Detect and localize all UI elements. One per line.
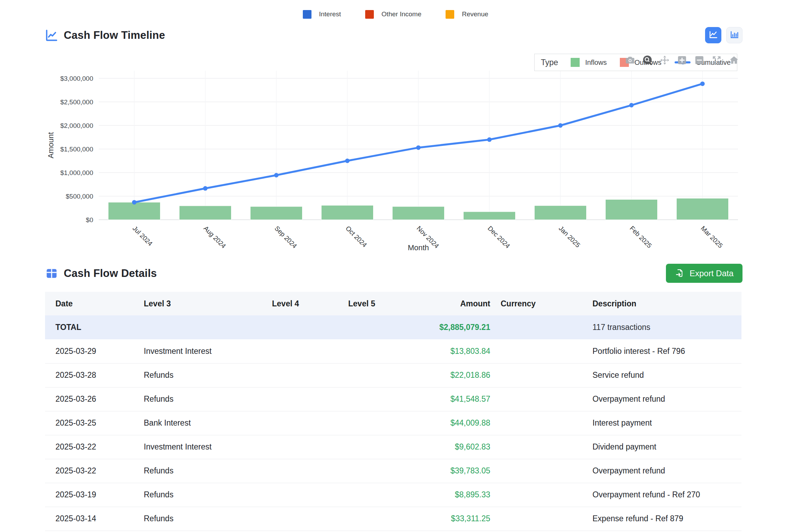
cell-level4 [262, 483, 338, 507]
export-data-button[interactable]: Export Data [666, 264, 742, 283]
cell-level3: Refunds [133, 387, 262, 411]
cell-amount: $8,895.33 [418, 483, 490, 507]
total-row: TOTAL$2,885,079.21117 transactions [45, 315, 741, 339]
plot-legend-item[interactable]: Inflows [571, 58, 607, 67]
legend-square-marker [571, 58, 580, 67]
cell-amount: $22,018.86 [418, 363, 490, 387]
cell-description: Overpayment refund [582, 459, 741, 483]
bar-view-button[interactable] [726, 27, 742, 43]
pan-icon[interactable] [659, 54, 670, 66]
cell-currency [490, 435, 582, 459]
income-type-legend: InterestOther IncomeRevenue [0, 0, 791, 19]
cell-date: 2025-03-25 [45, 411, 133, 435]
table-header-row: DateLevel 3Level 4Level 5AmountCurrencyD… [45, 292, 741, 315]
cell-level5 [338, 411, 418, 435]
svg-text:Sep 2024: Sep 2024 [273, 225, 299, 250]
cell-amount: $2,885,079.21 [418, 315, 490, 339]
svg-text:$2,500,000: $2,500,000 [60, 98, 93, 106]
autoscale-icon[interactable] [711, 54, 722, 66]
cell-level5 [338, 483, 418, 507]
table-row: 2025-03-29Investment Interest$13,803.84P… [45, 339, 741, 363]
cell-level3: Refunds [133, 459, 262, 483]
cell-currency [490, 339, 582, 363]
cell-date: 2025-03-29 [45, 339, 133, 363]
cash-flow-table: DateLevel 3Level 4Level 5AmountCurrencyD… [45, 292, 741, 531]
chart-modebar [624, 54, 740, 66]
cell-level3: Refunds [133, 363, 262, 387]
legend-item[interactable]: Interest [303, 10, 341, 19]
column-header-level-3: Level 3 [133, 292, 262, 315]
cell-level4 [262, 435, 338, 459]
cell-date: 2025-03-26 [45, 387, 133, 411]
cell-description: Expense refund - Ref 879 [582, 507, 741, 531]
svg-text:$1,500,000: $1,500,000 [60, 146, 93, 153]
cell-date: 2025-03-14 [45, 507, 133, 531]
cell-level3: Bank Interest [133, 411, 262, 435]
bar-chart-icon [730, 30, 739, 41]
cell-amount: $44,009.88 [418, 411, 490, 435]
plot-legend-label: Inflows [585, 59, 607, 67]
zoom-out-icon[interactable] [694, 54, 705, 66]
cell-currency [490, 459, 582, 483]
svg-text:Month: Month [408, 243, 429, 252]
timeline-title: Cash Flow Timeline [64, 29, 165, 42]
cell-date: 2025-03-28 [45, 363, 133, 387]
table-row: 2025-03-22Refunds$39,783.05Overpayment r… [45, 459, 741, 483]
zoom-icon[interactable] [642, 54, 653, 66]
column-header-description: Description [582, 292, 741, 315]
cell-amount: $39,783.05 [418, 459, 490, 483]
column-header-date: Date [45, 292, 133, 315]
legend-swatch [365, 10, 374, 19]
cell-description: Portfolio interest - Ref 796 [582, 339, 741, 363]
svg-text:$500,000: $500,000 [66, 193, 93, 200]
legend-item[interactable]: Revenue [446, 10, 488, 19]
legend-label: Revenue [462, 10, 488, 18]
column-header-level-4: Level 4 [262, 292, 338, 315]
plot-legend-title: Type [541, 58, 558, 67]
table-row: 2025-03-28Refunds$22,018.86Service refun… [45, 363, 741, 387]
cell-description: Service refund [582, 363, 741, 387]
column-header-level-5: Level 5 [338, 292, 418, 315]
cell-amount: $41,548.57 [418, 387, 490, 411]
cell-level5 [338, 315, 418, 339]
cell-level3: Investment Interest [133, 339, 262, 363]
legend-item[interactable]: Other Income [365, 10, 421, 19]
cell-currency [490, 387, 582, 411]
line-view-button[interactable] [705, 27, 721, 43]
cell-level3: Refunds [133, 483, 262, 507]
zoom-in-icon[interactable] [676, 54, 688, 66]
cell-level5 [338, 387, 418, 411]
camera-icon[interactable] [624, 54, 636, 66]
table-row: 2025-03-22Investment Interest$9,602.83Di… [45, 435, 741, 459]
legend-swatch [303, 10, 311, 19]
column-header-amount: Amount [418, 292, 490, 315]
cell-level3 [133, 315, 262, 339]
cell-description: Overpayment refund [582, 387, 741, 411]
cell-amount: $9,602.83 [418, 435, 490, 459]
cell-level4 [262, 363, 338, 387]
cell-level4 [262, 387, 338, 411]
cell-date: 2025-03-22 [45, 459, 133, 483]
chart-canvas[interactable]: $0$500,000$1,000,000$1,500,000$2,000,000… [45, 51, 745, 259]
svg-text:Feb 2025: Feb 2025 [629, 225, 653, 250]
table-row: 2025-03-26Refunds$41,548.57Overpayment r… [45, 387, 741, 411]
cell-level4 [262, 507, 338, 531]
cell-currency [490, 315, 582, 339]
details-header: Cash Flow Details Export Data [45, 264, 742, 283]
reset-home-icon[interactable] [728, 54, 740, 66]
table-row: 2025-03-19Refunds$8,895.33Overpayment re… [45, 483, 741, 507]
svg-text:$1,000,000: $1,000,000 [60, 169, 93, 176]
line-chart-icon [45, 29, 58, 42]
cell-level3: Refunds [133, 507, 262, 531]
svg-text:$2,000,000: $2,000,000 [60, 122, 93, 129]
cell-date: 2025-03-19 [45, 483, 133, 507]
cell-currency [490, 411, 582, 435]
cell-description: Dividend payment [582, 435, 741, 459]
svg-text:$0: $0 [86, 216, 93, 224]
details-title: Cash Flow Details [64, 267, 157, 280]
table-row: 2025-03-14Refunds$33,311.25Expense refun… [45, 507, 741, 531]
table-row: 2025-03-25Bank Interest$44,009.88Interes… [45, 411, 741, 435]
cash-flow-chart[interactable]: $0$500,000$1,000,000$1,500,000$2,000,000… [45, 51, 745, 259]
legend-label: Interest [319, 10, 341, 18]
chart-view-toggle [705, 27, 742, 43]
